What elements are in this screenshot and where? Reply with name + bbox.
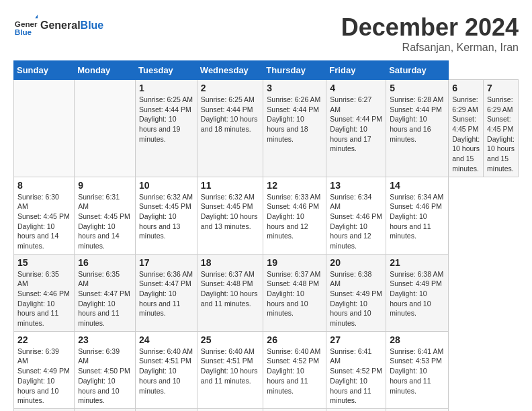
week-row-4: 22 Sunrise: 6:39 AMSunset: 4:49 PMDaylig… (14, 331, 519, 408)
day-number: 25 (201, 334, 260, 345)
day-number: 26 (267, 334, 322, 345)
day-cell-24: 24 Sunrise: 6:40 AMSunset: 4:51 PMDaylig… (136, 331, 197, 408)
day-number: 24 (139, 334, 193, 345)
day-number: 20 (330, 257, 382, 268)
day-cell-2: 2 Sunrise: 6:25 AMSunset: 4:44 PMDayligh… (197, 80, 263, 177)
day-info: Sunrise: 6:25 AMSunset: 4:44 PMDaylight:… (139, 95, 193, 144)
empty-cell (263, 408, 326, 411)
empty-cell (14, 80, 75, 177)
title-block: December 2024 Rafsanjan, Kerman, Iran (341, 13, 519, 54)
day-info: Sunrise: 6:41 AMSunset: 4:52 PMDaylight:… (330, 347, 382, 406)
day-header-tuesday: Tuesday (136, 61, 197, 80)
svg-text:Blue: Blue (15, 28, 32, 36)
day-header-monday: Monday (75, 61, 136, 80)
day-cell-10: 10 Sunrise: 6:32 AMSunset: 4:45 PMDaylig… (136, 177, 197, 254)
day-header-sunday: Sunday (14, 61, 75, 80)
day-info: Sunrise: 6:35 AMSunset: 4:47 PMDaylight:… (78, 269, 132, 328)
day-info: Sunrise: 6:27 AMSunset: 4:44 PMDaylight:… (330, 95, 382, 154)
day-cell-18: 18 Sunrise: 6:37 AMSunset: 4:48 PMDaylig… (197, 254, 263, 331)
day-cell-9: 9 Sunrise: 6:31 AMSunset: 4:45 PMDayligh… (75, 177, 136, 254)
week-row-1: 1 Sunrise: 6:25 AMSunset: 4:44 PMDayligh… (14, 80, 519, 177)
day-info: Sunrise: 6:28 AMSunset: 4:44 PMDaylight:… (390, 95, 445, 144)
day-number: 15 (17, 257, 71, 268)
day-number: 9 (78, 180, 132, 191)
day-number: 21 (390, 257, 445, 268)
day-info: Sunrise: 6:37 AMSunset: 4:48 PMDaylight:… (267, 269, 322, 318)
empty-cell (386, 408, 449, 411)
logo-blue: Blue (81, 19, 104, 32)
month-title: December 2024 (341, 13, 519, 42)
day-number: 16 (78, 257, 132, 268)
day-header-thursday: Thursday (263, 61, 326, 80)
day-cell-7: 7 Sunrise: 6:29 AMSunset: 4:45 PMDayligh… (484, 80, 519, 177)
week-row-2: 8 Sunrise: 6:30 AMSunset: 4:45 PMDayligh… (14, 177, 519, 254)
day-number: 6 (452, 83, 480, 93)
day-cell-11: 11 Sunrise: 6:32 AMSunset: 4:45 PMDaylig… (197, 177, 263, 254)
day-info: Sunrise: 6:41 AMSunset: 4:53 PMDaylight:… (390, 347, 445, 396)
day-number: 11 (201, 180, 260, 191)
day-header-wednesday: Wednesday (197, 61, 263, 80)
day-number: 5 (390, 83, 445, 93)
day-number: 19 (267, 257, 322, 268)
day-cell-13: 13 Sunrise: 6:34 AMSunset: 4:46 PMDaylig… (326, 177, 386, 254)
day-cell-21: 21 Sunrise: 6:38 AMSunset: 4:49 PMDaylig… (386, 254, 449, 331)
day-cell-1: 1 Sunrise: 6:25 AMSunset: 4:44 PMDayligh… (136, 80, 197, 177)
page-header: General Blue GeneralBlue December 2024 R… (13, 13, 519, 54)
day-info: Sunrise: 6:34 AMSunset: 4:46 PMDaylight:… (390, 192, 445, 241)
day-cell-27: 27 Sunrise: 6:41 AMSunset: 4:52 PMDaylig… (326, 331, 386, 408)
day-number: 8 (17, 180, 71, 191)
day-cell-14: 14 Sunrise: 6:34 AMSunset: 4:46 PMDaylig… (386, 177, 449, 254)
day-cell-17: 17 Sunrise: 6:36 AMSunset: 4:47 PMDaylig… (136, 254, 197, 331)
day-cell-30: 30 Sunrise: 6:42 AMSunset: 4:54 PMDaylig… (75, 408, 136, 411)
day-cell-4: 4 Sunrise: 6:27 AMSunset: 4:44 PMDayligh… (326, 80, 386, 177)
day-info: Sunrise: 6:26 AMSunset: 4:44 PMDaylight:… (267, 95, 322, 144)
day-info: Sunrise: 6:40 AMSunset: 4:51 PMDaylight:… (139, 347, 193, 396)
day-number: 14 (390, 180, 445, 191)
day-number: 4 (330, 83, 382, 93)
day-cell-28: 28 Sunrise: 6:41 AMSunset: 4:53 PMDaylig… (386, 331, 449, 408)
day-cell-31: 31 Sunrise: 6:42 AMSunset: 4:55 PMDaylig… (136, 408, 197, 411)
day-number: 3 (267, 83, 322, 93)
day-info: Sunrise: 6:33 AMSunset: 4:46 PMDaylight:… (267, 192, 322, 241)
week-row-3: 15 Sunrise: 6:35 AMSunset: 4:46 PMDaylig… (14, 254, 519, 331)
day-header-friday: Friday (326, 61, 386, 80)
day-info: Sunrise: 6:31 AMSunset: 4:45 PMDaylight:… (78, 192, 132, 251)
day-number: 13 (330, 180, 382, 191)
week-row-5: 29 Sunrise: 6:42 AMSunset: 4:54 PMDaylig… (14, 408, 519, 411)
day-info: Sunrise: 6:32 AMSunset: 4:45 PMDaylight:… (139, 192, 193, 241)
day-cell-25: 25 Sunrise: 6:40 AMSunset: 4:51 PMDaylig… (197, 331, 263, 408)
day-cell-15: 15 Sunrise: 6:35 AMSunset: 4:46 PMDaylig… (14, 254, 75, 331)
empty-cell (75, 80, 136, 177)
day-info: Sunrise: 6:37 AMSunset: 4:48 PMDaylight:… (201, 269, 260, 309)
day-number: 23 (78, 334, 132, 345)
day-info: Sunrise: 6:38 AMSunset: 4:49 PMDaylight:… (330, 269, 382, 328)
calendar-table: SundayMondayTuesdayWednesdayThursdayFrid… (13, 60, 519, 411)
logo-general: General (40, 19, 81, 32)
day-cell-20: 20 Sunrise: 6:38 AMSunset: 4:49 PMDaylig… (326, 254, 386, 331)
day-number: 1 (139, 83, 193, 93)
day-cell-16: 16 Sunrise: 6:35 AMSunset: 4:47 PMDaylig… (75, 254, 136, 331)
day-info: Sunrise: 6:39 AMSunset: 4:50 PMDaylight:… (78, 347, 132, 406)
day-info: Sunrise: 6:40 AMSunset: 4:51 PMDaylight:… (201, 347, 260, 386)
day-number: 2 (201, 83, 260, 93)
day-cell-22: 22 Sunrise: 6:39 AMSunset: 4:49 PMDaylig… (14, 331, 75, 408)
day-cell-6: 6 Sunrise: 6:29 AMSunset: 4:45 PMDayligh… (449, 80, 484, 177)
day-number: 7 (487, 83, 515, 93)
day-cell-8: 8 Sunrise: 6:30 AMSunset: 4:45 PMDayligh… (14, 177, 75, 254)
day-cell-3: 3 Sunrise: 6:26 AMSunset: 4:44 PMDayligh… (263, 80, 326, 177)
logo-icon: General Blue (13, 13, 38, 38)
logo: General Blue GeneralBlue (13, 13, 103, 38)
location-subtitle: Rafsanjan, Kerman, Iran (341, 42, 519, 54)
day-info: Sunrise: 6:34 AMSunset: 4:46 PMDaylight:… (330, 192, 382, 251)
day-number: 10 (139, 180, 193, 191)
day-info: Sunrise: 6:30 AMSunset: 4:45 PMDaylight:… (17, 192, 71, 251)
day-cell-23: 23 Sunrise: 6:39 AMSunset: 4:50 PMDaylig… (75, 331, 136, 408)
day-info: Sunrise: 6:36 AMSunset: 4:47 PMDaylight:… (139, 269, 193, 318)
day-info: Sunrise: 6:29 AMSunset: 4:45 PMDaylight:… (452, 95, 480, 174)
day-cell-26: 26 Sunrise: 6:40 AMSunset: 4:52 PMDaylig… (263, 331, 326, 408)
day-cell-5: 5 Sunrise: 6:28 AMSunset: 4:44 PMDayligh… (386, 80, 449, 177)
day-cell-29: 29 Sunrise: 6:42 AMSunset: 4:54 PMDaylig… (14, 408, 75, 411)
day-info: Sunrise: 6:40 AMSunset: 4:52 PMDaylight:… (267, 347, 322, 396)
day-number: 28 (390, 334, 445, 345)
svg-marker-2 (35, 15, 38, 18)
